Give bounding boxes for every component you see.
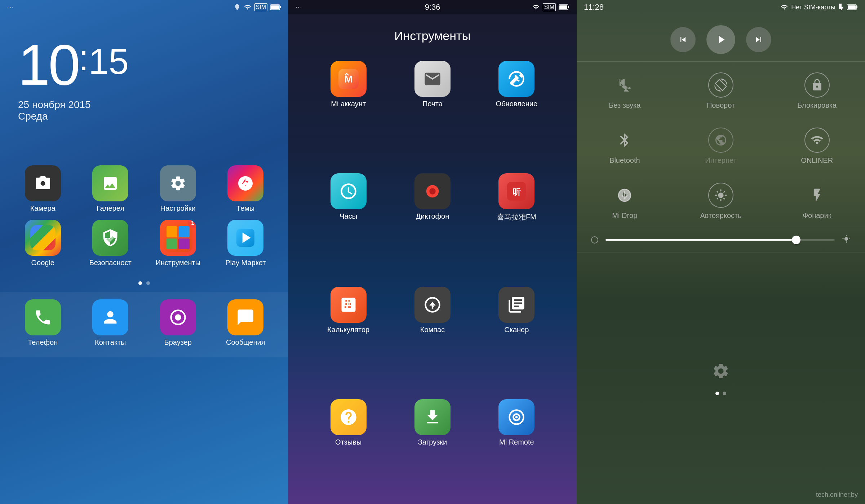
time-display-2: 9:36 [425,3,440,12]
google-icon-bg [25,220,61,256]
signal-dots: ··· [7,4,14,10]
playstore-label: Play Маркет [225,259,266,267]
media-next-button[interactable] [746,27,771,52]
app-dock: Телефон Контакты Браузер Сообщения [0,292,288,357]
folder-app-update[interactable]: Обновление [478,61,555,159]
scanner-icon [498,287,534,323]
page-indicator [0,281,288,285]
toggle-midrop[interactable]: Mi Drop [577,172,673,227]
app-google[interactable]: Google [11,220,75,267]
status-bar-3: 11:28 Нет SIM-карты [577,0,865,14]
app-tools[interactable]: 1 Инструменты [146,220,210,267]
midrop-icon [612,183,637,208]
folder-app-miremote[interactable]: Mi Remote [478,399,555,497]
media-prev-button[interactable] [670,27,696,52]
silent-label: Без звука [609,101,640,110]
battery-icon-2 [559,4,569,10]
folder-app-scanner[interactable]: Сканер [478,287,555,385]
time-display-3: 11:28 [584,3,604,12]
brightness-max-icon [842,235,851,245]
dock-messages[interactable]: Сообщения [214,299,278,347]
toggle-silent[interactable]: Без звука [577,62,673,117]
panel-dot-1 [715,392,719,395]
dock-browser[interactable]: Браузер [146,299,210,347]
camera-label: Камера [30,204,56,213]
mail-label: Почта [422,100,443,108]
phone-label: Телефон [28,338,58,347]
wifi-icon-2 [532,4,540,11]
day-display: Среда [18,111,270,122]
notification-panel: 11:28 Нет SIM-карты [577,0,865,504]
calculator-label: Калькулятор [327,326,369,334]
recorder-icon [414,173,451,209]
toggle-internet[interactable]: Интернет [673,117,769,172]
toggle-bluetooth[interactable]: Bluetooth [577,117,673,172]
brightness-fill [606,239,800,241]
svg-rect-2 [271,5,279,9]
brightness-control [577,227,865,253]
app-playstore[interactable]: Play Маркет [214,220,278,267]
app-settings[interactable]: Настройки [146,165,210,213]
autobrightness-label: Автояркость [700,211,741,220]
mail-icon [414,61,451,97]
media-play-button[interactable] [706,25,735,54]
rotation-label: Поворот [707,101,735,110]
panel-dot-2 [723,392,726,395]
dot-1 [138,281,142,285]
update-label: Обновление [496,100,537,108]
security-label: Безопасност [89,259,132,267]
svg-point-13 [429,188,435,194]
onliner-icon [804,128,830,153]
brightness-thumb[interactable] [792,236,800,244]
settings-label: Настройки [160,204,196,213]
music-icon: 听 [498,173,534,209]
flashlight-label: Фонарик [803,211,831,220]
folder-app-calculator[interactable]: Калькулятор [310,287,387,385]
settings-gear-icon[interactable] [712,362,730,384]
folder-app-downloads[interactable]: Загрузки [394,399,471,497]
app-themes[interactable]: Темы [214,165,278,213]
toggle-rotation[interactable]: Поворот [673,62,769,117]
mi-account-label: Mi аккаунт [331,100,366,108]
folder-app-recorder[interactable]: Диктофон [394,173,471,273]
contacts-label: Контакты [95,338,126,347]
calculator-icon [331,287,367,323]
toggle-onliner[interactable]: ONLINER [769,117,865,172]
dock-phone[interactable]: Телефон [11,299,75,347]
miremote-icon [498,399,534,435]
bluetooth-label: Bluetooth [609,156,640,165]
home-screen: ··· SIM 10 : 15 25 ноября 2015 Среда Ка [0,0,288,504]
internet-icon [708,128,733,153]
clock-label: Часы [340,212,357,220]
app-gallery[interactable]: Галерея [79,165,143,213]
folder-app-compass[interactable]: N Компас [394,287,471,385]
folder-app-clock[interactable]: Часы [310,173,387,273]
toggles-row-1: Без звука Поворот Блокировка [577,62,865,117]
toggle-lock[interactable]: Блокировка [769,62,865,117]
music-label: 喜马拉雅FM [497,212,536,222]
folder-app-music[interactable]: 听 喜马拉雅FM [478,173,555,273]
folder-app-feedback[interactable]: Отзывы [310,399,387,497]
mi-account-icon: M [331,61,367,97]
clock-area: 10 : 15 25 ноября 2015 Среда [0,14,288,129]
onliner-label: ONLINER [801,156,833,165]
feedback-icon [331,399,367,435]
midrop-label: Mi Drop [612,211,637,220]
folder-app-mail[interactable]: Почта [394,61,471,159]
tools-icon-bg: 1 [160,220,196,256]
clock-hour: 10 [18,36,79,94]
rotation-icon [708,72,733,98]
app-camera[interactable]: Камера [11,165,75,213]
toggle-autobrightness[interactable]: Автояркость [673,172,769,227]
miremote-label: Mi Remote [499,438,534,446]
panel-content: 11:28 Нет SIM-карты [577,0,865,504]
contacts-icon-bg [92,299,128,335]
folder-title: Инструменты [288,14,577,54]
folder-grid: M Mi аккаунт Почта Обновление Часы [288,54,577,504]
dock-contacts[interactable]: Контакты [79,299,143,347]
toggle-flashlight[interactable]: Фонарик [769,172,865,227]
toggles-row-2: Bluetooth Интернет ONLINER [577,117,865,172]
app-security[interactable]: Безопасност [79,220,143,267]
brightness-slider[interactable] [606,239,835,241]
folder-app-mi-account[interactable]: M Mi аккаунт [310,61,387,159]
